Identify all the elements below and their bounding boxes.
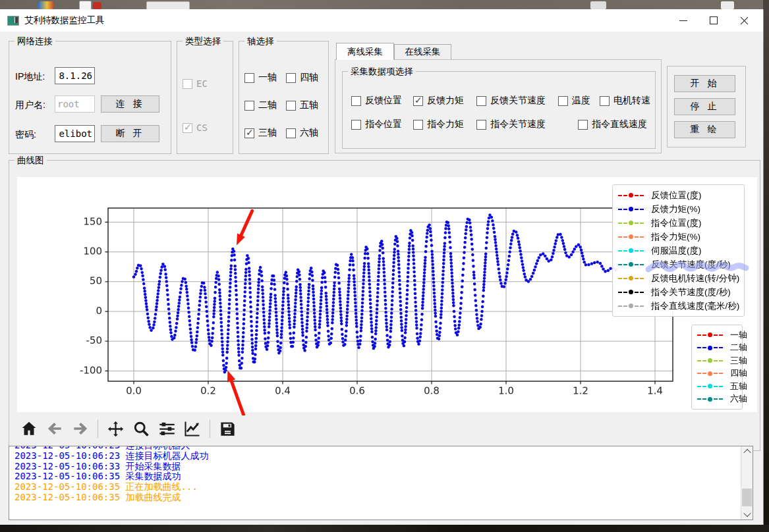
save-icon — [219, 420, 237, 438]
ip-input[interactable] — [55, 67, 95, 84]
checkbox-box[interactable] — [244, 128, 254, 138]
checkbox-box[interactable] — [244, 101, 254, 111]
connect-button[interactable]: 连 接 — [101, 95, 159, 113]
log-lines: 2023-12-05-10:06:23 连接目标机器人2023-12-05-10… — [14, 446, 738, 503]
customize-button[interactable] — [183, 419, 202, 439]
checkbox-反馈力矩[interactable]: 反馈力矩 — [413, 95, 464, 107]
checkbox-四轴[interactable]: 四轴 — [286, 72, 318, 84]
checkbox-box[interactable] — [476, 120, 486, 130]
checkbox-电机转速[interactable]: 电机转速 — [600, 95, 650, 107]
network-group: 网络连接 IP地址: 用户名: 连 接 密码: 断 开 — [9, 41, 171, 154]
stop-button[interactable]: 停 止 — [674, 98, 735, 115]
type-group-title: 类型选择 — [183, 36, 223, 47]
checkbox-box[interactable] — [286, 73, 296, 83]
chart-figure: 反馈位置(度)反馈力矩(%)指令位置(度)指令力矩(%)伺服温度(度)反馈关节速… — [17, 177, 757, 412]
forward-button[interactable] — [71, 419, 90, 439]
legend-entry: 指令关节速度(度/秒) — [618, 285, 739, 299]
checkbox-指令位置[interactable]: 指令位置 — [351, 119, 402, 130]
legend-swatch — [697, 332, 724, 337]
username-input[interactable] — [55, 95, 95, 113]
checkbox-五轴[interactable]: 五轴 — [286, 99, 318, 111]
checkbox-box[interactable] — [351, 96, 361, 106]
password-input[interactable] — [55, 125, 95, 142]
checkbox-box[interactable] — [351, 120, 361, 130]
checkbox-三轴[interactable]: 三轴 — [244, 127, 277, 139]
axis-group-title: 轴选择 — [244, 36, 277, 47]
sliders-icon — [158, 420, 176, 438]
legend-swatch — [618, 262, 645, 267]
desktop-icon — [38, 1, 54, 9]
back-button[interactable] — [45, 419, 65, 439]
axes-legend: 一轴二轴三轴四轴五轴六轴 — [691, 325, 743, 410]
scroll-down-button[interactable] — [741, 509, 753, 519]
checkbox-反馈关节速度[interactable]: 反馈关节速度 — [476, 95, 546, 107]
scrollbar-thumb[interactable] — [742, 489, 752, 506]
start-button[interactable]: 开 始 — [674, 75, 735, 92]
legend-entry: 反馈力矩(%) — [618, 202, 739, 216]
redraw-button[interactable]: 重 绘 — [674, 121, 735, 138]
forward-arrow-icon — [72, 420, 89, 437]
legend-entry: 六轴 — [697, 393, 737, 406]
plot-toolbar — [19, 419, 237, 439]
legend-swatch — [618, 193, 645, 198]
checkbox-温度[interactable]: 温度 — [558, 95, 590, 107]
checkbox-六轴[interactable]: 六轴 — [286, 127, 318, 139]
home-button[interactable] — [19, 419, 39, 439]
checkbox-指令关节速度[interactable]: 指令关节速度 — [476, 119, 546, 130]
desktop-taskbar-strip — [0, 0, 769, 9]
checkbox-box[interactable] — [286, 101, 296, 111]
save-button[interactable] — [217, 419, 237, 439]
close-icon — [740, 16, 749, 25]
log-line: 2023-12-05-10:06:35 采集数据成功 — [14, 471, 738, 482]
legend-entry: 指令位置(度) — [618, 216, 739, 230]
series-legend: 反馈位置(度)反馈力矩(%)指令位置(度)指令力矩(%)伺服温度(度)反馈关节速… — [612, 184, 745, 317]
checkbox-label: 五轴 — [300, 99, 318, 111]
checkbox-label: EC — [196, 78, 208, 89]
tab-offline-collect[interactable]: 离线采集 — [336, 43, 394, 60]
close-button[interactable] — [729, 9, 759, 32]
checkbox-box[interactable] — [476, 96, 486, 106]
checkbox-box[interactable] — [558, 96, 568, 106]
subplots-button[interactable] — [157, 419, 177, 439]
legend-swatch — [618, 248, 645, 253]
checkbox-box[interactable] — [244, 73, 254, 83]
checkbox-box[interactable] — [286, 128, 296, 138]
network-group-title: 网络连接 — [14, 36, 55, 47]
checkbox-二轴[interactable]: 二轴 — [244, 99, 277, 111]
checkbox-一轴[interactable]: 一轴 — [244, 72, 277, 84]
tab-online-collect[interactable]: 在线采集 — [394, 44, 451, 60]
title-bar: 艾利特数据监控工具 — [0, 9, 763, 32]
log-line: 2023-12-05-10:06:35 正在加载曲线... — [14, 482, 738, 492]
username-label: 用户名: — [15, 99, 45, 111]
checkbox-box — [183, 123, 192, 133]
zoom-button[interactable] — [131, 419, 151, 439]
checkbox-label: 六轴 — [300, 127, 318, 139]
checkbox-反馈位置[interactable]: 反馈位置 — [351, 95, 402, 107]
checkbox-box[interactable] — [578, 120, 588, 130]
legend-swatch — [697, 358, 724, 363]
legend-entry: 一轴 — [697, 329, 737, 342]
legend-entry: 反馈关节速度(度/秒) — [618, 257, 739, 271]
legend-label: 一轴 — [730, 329, 747, 341]
minimize-button[interactable] — [668, 9, 698, 32]
desktop-background-right — [763, 0, 769, 532]
checkbox-box[interactable] — [600, 96, 610, 106]
legend-label: 反馈关节速度(度/秒) — [651, 259, 731, 271]
scroll-up-button[interactable] — [741, 446, 753, 457]
disconnect-button[interactable]: 断 开 — [101, 125, 159, 142]
log-box[interactable]: 2023-12-05-10:06:23 连接目标机器人2023-12-05-10… — [9, 446, 753, 520]
checkbox-box[interactable] — [413, 120, 423, 130]
checkbox-指令力矩[interactable]: 指令力矩 — [413, 119, 464, 130]
legend-label: 反馈力矩(%) — [651, 203, 700, 215]
legend-swatch — [618, 221, 645, 225]
checkbox-box[interactable] — [413, 96, 423, 106]
maximize-button[interactable] — [698, 9, 729, 32]
window-title: 艾利特数据监控工具 — [24, 14, 105, 26]
pan-button[interactable] — [105, 419, 125, 439]
log-scrollbar[interactable] — [741, 446, 753, 519]
checkbox-label: 反馈位置 — [365, 95, 402, 107]
log-line: 2023-12-05-10:06:23 连接目标机器人成功 — [14, 451, 738, 462]
checkbox-指令直线速度[interactable]: 指令直线速度 — [578, 119, 647, 130]
legend-label: 指令力矩(%) — [651, 231, 700, 243]
desktop-background-bottom — [0, 525, 769, 532]
